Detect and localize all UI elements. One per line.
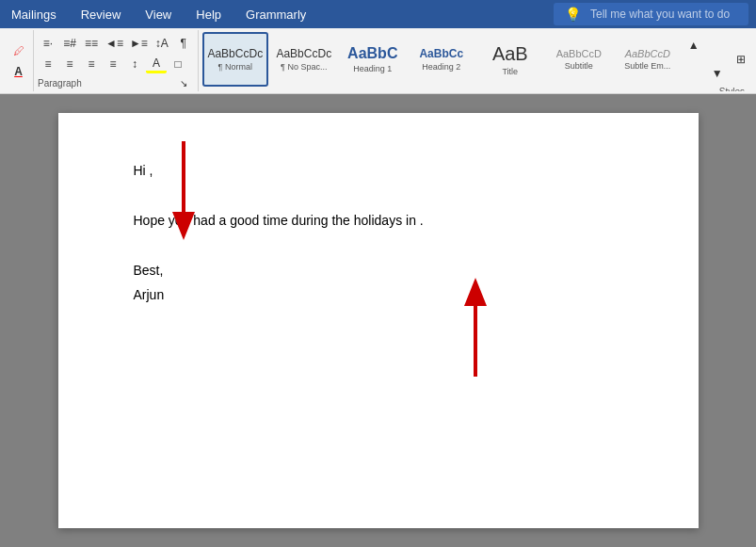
align-center-button[interactable]: ≡ xyxy=(59,55,80,73)
paragraph-label-row: Paragraph ↘ xyxy=(38,73,194,92)
styles-row: AaBbCcDc ¶ Normal AaBbCcDc ¶ No Spac... … xyxy=(202,32,748,87)
paragraph-label: Paragraph xyxy=(38,78,82,88)
font-color-button[interactable]: A xyxy=(8,62,29,81)
search-bar[interactable]: 💡 xyxy=(554,3,748,25)
style-title-name: Title xyxy=(502,67,518,76)
review-menu[interactable]: Review xyxy=(77,6,125,24)
align-right-button[interactable]: ≡ xyxy=(81,55,102,73)
font-section: 🖊 A xyxy=(4,30,34,91)
align-left-button[interactable]: ≡ xyxy=(38,55,58,73)
increase-indent-button[interactable]: ►≡ xyxy=(127,34,151,53)
style-subtitle-preview: AaBbCcD xyxy=(556,48,602,59)
justify-button[interactable]: ≡ xyxy=(103,55,123,73)
multilevel-button[interactable]: ≡≡ xyxy=(81,34,102,53)
toolbar: 🖊 A ≡· ≡# ≡≡ ◄≡ ►≡ ↕A ¶ ≡ ≡ ≡ ≡ ↕ A □ xyxy=(0,28,756,94)
para-top-row: ≡· ≡# ≡≡ ◄≡ ►≡ ↕A ¶ xyxy=(38,32,194,55)
styles-scroll-down[interactable]: ▼ xyxy=(707,64,728,83)
red-arrow-up xyxy=(461,254,490,377)
style-subtle-name: Subtle Em... xyxy=(624,61,670,71)
doc-line-best[interactable]: Best, xyxy=(134,260,623,281)
paragraph-section: ≡· ≡# ≡≡ ◄≡ ►≡ ↕A ¶ ≡ ≡ ≡ ≡ ↕ A □ Paragr… xyxy=(34,30,199,91)
style-h1-name: Heading 1 xyxy=(353,64,392,73)
doc-line-hi[interactable]: Hi , xyxy=(134,160,623,181)
document-page[interactable]: Hi , Hope you had a good time during the… xyxy=(58,113,699,528)
svg-marker-1 xyxy=(172,212,195,240)
style-subtitle-name: Subtitle xyxy=(565,61,593,71)
style-nospace-name: ¶ No Spac... xyxy=(281,62,327,72)
document-content[interactable]: Hi , Hope you had a good time during the… xyxy=(134,160,623,305)
style-h2-name: Heading 2 xyxy=(422,62,460,72)
style-subtle-preview: AaBbCcD xyxy=(625,48,670,59)
show-hide-button[interactable]: ¶ xyxy=(173,34,194,53)
style-h2[interactable]: AaBbCc Heading 2 xyxy=(409,32,475,87)
font-color-icon: A xyxy=(14,65,23,78)
line-spacing-button[interactable]: ↕ xyxy=(124,55,145,73)
paragraph-expand-button[interactable]: ↘ xyxy=(173,73,194,92)
styles-scroll-up[interactable]: ▲ xyxy=(684,36,704,55)
search-input[interactable] xyxy=(590,8,741,21)
style-nospace-preview: AaBbCcDc xyxy=(276,47,331,60)
decrease-indent-button[interactable]: ◄≡ xyxy=(103,34,126,53)
numbering-button[interactable]: ≡# xyxy=(59,34,80,53)
style-nospace[interactable]: AaBbCcDc ¶ No Spac... xyxy=(271,32,337,87)
help-menu[interactable]: Help xyxy=(192,6,225,24)
styles-label: Styles xyxy=(202,87,748,91)
doc-line-blank2[interactable] xyxy=(134,234,623,255)
bullets-button[interactable]: ≡· xyxy=(38,34,58,53)
para-bottom-row: ≡ ≡ ≡ ≡ ↕ A □ xyxy=(38,55,194,73)
ribbon-bar: Mailings Review View Help Grammarly 💡 xyxy=(0,0,756,28)
styles-more[interactable]: ⊞ xyxy=(731,50,751,69)
doc-line-blank1[interactable] xyxy=(134,185,623,205)
borders-button[interactable]: □ xyxy=(168,55,188,73)
style-normal-name: ¶ Normal xyxy=(218,62,252,72)
style-title[interactable]: AaB Title xyxy=(477,32,543,87)
style-normal-preview: AaBbCcDc xyxy=(207,47,263,60)
red-arrow-down xyxy=(169,141,198,245)
style-h1-preview: AaBbC xyxy=(347,45,397,62)
style-subtle[interactable]: AaBbCcD Subtle Em... xyxy=(615,32,681,87)
style-subtitle[interactable]: AaBbCcD Subtitle xyxy=(546,32,612,87)
style-h1[interactable]: AaBbC Heading 1 xyxy=(340,32,406,87)
styles-section: AaBbCcDc ¶ Normal AaBbCcDc ¶ No Spac... … xyxy=(199,30,752,91)
shading-button[interactable]: A xyxy=(146,55,167,73)
grammarly-menu[interactable]: Grammarly xyxy=(242,6,310,24)
doc-line-arjun[interactable]: Arjun xyxy=(134,284,623,305)
mailings-menu[interactable]: Mailings xyxy=(8,6,60,24)
view-menu[interactable]: View xyxy=(141,6,175,24)
style-normal[interactable]: AaBbCcDc ¶ Normal xyxy=(202,32,268,87)
sort-button[interactable]: ↕A xyxy=(152,34,172,53)
document-area: Hi , Hope you had a good time during the… xyxy=(0,94,756,547)
svg-marker-3 xyxy=(464,278,487,306)
style-title-preview: AaB xyxy=(492,43,528,65)
doc-line-hope[interactable]: Hope you had a good time during the holi… xyxy=(134,210,623,231)
style-h2-preview: AaBbCc xyxy=(419,47,463,60)
lightbulb-icon: 💡 xyxy=(561,5,585,24)
highlight-button[interactable]: 🖊 xyxy=(8,41,29,60)
